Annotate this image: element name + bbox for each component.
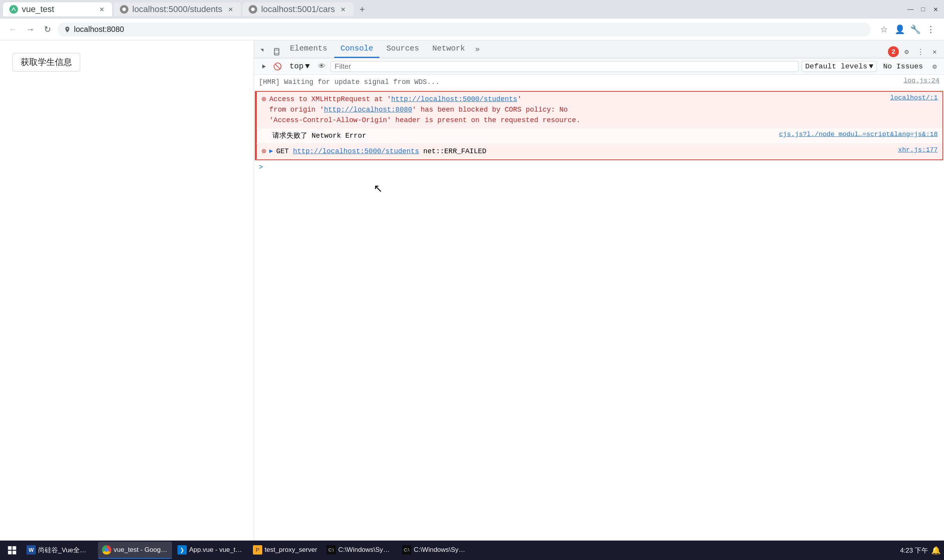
- cmd2-icon: C:\: [402, 545, 411, 555]
- extensions-button[interactable]: 🔧: [908, 23, 922, 37]
- minimize-button[interactable]: —: [905, 4, 916, 15]
- clear-console-button[interactable]: 🚫: [272, 61, 283, 72]
- back-button[interactable]: ←: [6, 23, 20, 37]
- taskbar-cmd1-label: C:\Windows\System...: [338, 546, 393, 554]
- network-error-text: 请求失败了 Network Error: [272, 131, 776, 141]
- tab-close-students[interactable]: ✕: [226, 5, 235, 14]
- chrome-icon: [102, 545, 111, 555]
- get-students-button[interactable]: 获取学生信息: [12, 53, 80, 72]
- svg-point-1: [251, 7, 255, 11]
- tab-cars[interactable]: localhost:5001/cars ✕: [242, 2, 354, 16]
- title-bar: vue_test ✕ localhost:5000/students ✕ loc…: [0, 0, 944, 19]
- close-devtools-icon[interactable]: ✕: [928, 46, 941, 58]
- network-error-message: 请求失败了 Network Error cjs.js?l./node_modul…: [256, 128, 942, 144]
- tab-close-vue[interactable]: ✕: [97, 5, 106, 14]
- cors-url-link[interactable]: http://localhost:5000/students: [391, 95, 517, 103]
- log-levels-selector[interactable]: Default levels ▼: [802, 61, 877, 72]
- eye-icon[interactable]: 👁: [316, 61, 327, 72]
- no-issues-label: No Issues: [880, 62, 926, 71]
- devtools-tab-bar: Elements Console Sources Network » 2 ⚙ ⋮…: [254, 40, 944, 58]
- taskbar-cmd2[interactable]: C:\ C:\Windows\System...: [398, 542, 472, 559]
- cors-error-text: Access to XMLHttpRequest at 'http://loca…: [269, 94, 887, 126]
- bookmark-button[interactable]: ☆: [877, 23, 891, 37]
- cors-error-source[interactable]: localhost/:1: [890, 94, 938, 102]
- menu-button[interactable]: ⋮: [924, 23, 938, 37]
- tab-favicon-vue: [9, 5, 18, 14]
- taskbar-chrome[interactable]: vue_test - Google C...: [98, 542, 172, 559]
- execute-script-button[interactable]: [258, 61, 269, 72]
- error-badge: 2: [888, 46, 899, 57]
- taskbar-word[interactable]: W 尚硅谷_Vue全家桶.d...: [23, 542, 97, 559]
- taskbar-proxy[interactable]: P test_proxy_server: [249, 542, 321, 559]
- taskbar-chrome-label: vue_test - Google C...: [114, 546, 168, 554]
- tab-favicon-cars: [249, 5, 257, 14]
- svg-marker-5: [262, 64, 266, 68]
- browser-window: vue_test ✕ localhost:5000/students ✕ loc…: [0, 0, 944, 560]
- taskbar-time: 4:23 下午: [900, 546, 928, 555]
- prompt-arrow-icon: >: [259, 163, 263, 171]
- inspect-element-icon[interactable]: [257, 46, 270, 58]
- word-icon: W: [26, 545, 36, 555]
- new-tab-button[interactable]: +: [355, 2, 369, 16]
- nav-bar: ← → ↻ localhost:8080 ☆ 👤 🔧 ⋮: [0, 19, 944, 40]
- filter-input[interactable]: [330, 61, 798, 72]
- forward-button[interactable]: →: [23, 23, 37, 37]
- taskbar-vscode[interactable]: ❯ App.vue - vue_test - ...: [174, 542, 247, 559]
- tab-elements[interactable]: Elements: [284, 40, 333, 58]
- device-toolbar-icon[interactable]: [270, 46, 283, 58]
- get-url-link[interactable]: http://localhost:5000/students: [293, 147, 419, 155]
- reload-button[interactable]: ↻: [40, 23, 54, 37]
- tab-title-vue: vue_test: [22, 4, 93, 14]
- console-settings-icon[interactable]: ⚙: [929, 61, 940, 72]
- address-bar[interactable]: localhost:8080: [58, 23, 871, 37]
- console-content: [HMR] Waiting for update signal from WDS…: [254, 75, 944, 560]
- more-options-icon[interactable]: ⋮: [914, 46, 927, 58]
- main-content: 获取学生信息 Elements Console Sources: [0, 40, 944, 560]
- network-error-source[interactable]: cjs.js?l./node_modul…=script&lang=js&:18: [779, 131, 938, 138]
- maximize-button[interactable]: □: [918, 4, 928, 15]
- error-icon-get: ⊗: [261, 146, 266, 156]
- page-content: 获取学生信息: [0, 40, 254, 560]
- devtools-toolbar-icons: 2 ⚙ ⋮ ✕: [888, 46, 941, 58]
- taskbar-vscode-label: App.vue - vue_test - ...: [189, 546, 244, 554]
- tab-close-cars[interactable]: ✕: [339, 5, 347, 14]
- taskbar-cmd2-label: C:\Windows\System...: [414, 546, 468, 554]
- close-button[interactable]: ✕: [930, 4, 941, 15]
- settings-icon[interactable]: ⚙: [900, 46, 913, 58]
- console-prompt: >: [254, 161, 944, 173]
- cors-error-message: ⊗ Access to XMLHttpRequest at 'http://lo…: [256, 92, 942, 128]
- svg-rect-8: [8, 551, 12, 554]
- context-selector[interactable]: top ▼: [286, 61, 313, 72]
- taskbar: W 尚硅谷_Vue全家桶.d... vue_test - Google C...…: [0, 541, 944, 560]
- levels-dropdown-icon: ▼: [869, 62, 873, 71]
- error-icon-cors: ⊗: [261, 94, 266, 104]
- tab-sources[interactable]: Sources: [380, 40, 425, 58]
- dropdown-arrow-icon: ▼: [305, 62, 310, 71]
- svg-rect-2: [274, 49, 279, 55]
- tab-title-students: localhost:5000/students: [132, 4, 222, 14]
- hmr-message-text: [HMR] Waiting for update signal from WDS…: [259, 77, 900, 88]
- hmr-source[interactable]: log.js:24: [904, 77, 939, 84]
- more-tabs-button[interactable]: »: [472, 40, 483, 58]
- svg-rect-7: [12, 546, 16, 550]
- taskbar-notifications[interactable]: 🔔: [931, 546, 941, 555]
- tab-console[interactable]: Console: [334, 40, 379, 58]
- svg-rect-9: [12, 551, 16, 554]
- tab-title-cars: localhost:5001/cars: [261, 4, 335, 14]
- taskbar-proxy-label: test_proxy_server: [265, 546, 317, 554]
- profile-button[interactable]: 👤: [893, 23, 907, 37]
- taskbar-cmd1[interactable]: C:\ C:\Windows\System...: [323, 542, 397, 559]
- tab-students[interactable]: localhost:5000/students ✕: [114, 2, 241, 16]
- start-button[interactable]: [3, 541, 21, 559]
- cors-error-block: ⊗ Access to XMLHttpRequest at 'http://lo…: [255, 91, 943, 160]
- address-text: localhost:8080: [74, 25, 124, 34]
- origin-url-link[interactable]: http://localhost:8080: [324, 106, 412, 114]
- tab-favicon-students: [120, 5, 128, 14]
- taskbar-right: 4:23 下午 🔔: [900, 546, 941, 555]
- expand-get-icon[interactable]: ▶: [269, 147, 273, 155]
- tab-network[interactable]: Network: [426, 40, 471, 58]
- get-error-source[interactable]: xhr.js:177: [898, 146, 938, 154]
- window-controls: — □ ✕: [905, 4, 941, 15]
- tab-vue-test[interactable]: vue_test ✕: [3, 2, 112, 16]
- nav-actions: ☆ 👤 🔧 ⋮: [877, 23, 938, 37]
